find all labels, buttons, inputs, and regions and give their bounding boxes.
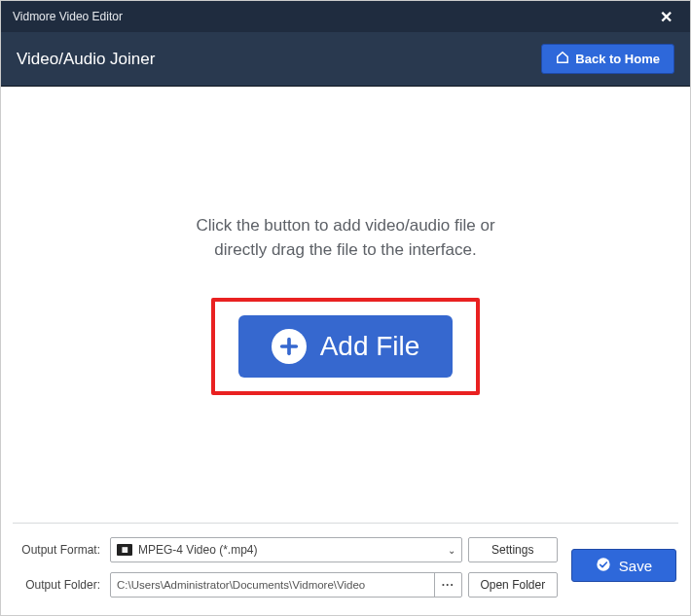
output-folder-field-wrap: ··· [110,572,462,598]
header: Video/Audio Joiner Back to Home [1,32,690,87]
video-format-icon: ▦ [117,544,132,556]
output-folder-input[interactable] [111,579,434,591]
output-format-select[interactable]: ▦ MPEG-4 Video (*.mp4) ⌄ [110,537,462,562]
open-folder-button[interactable]: Open Folder [468,572,558,598]
close-icon[interactable]: ✕ [654,6,678,28]
save-button-label: Save [619,558,652,574]
drop-area[interactable]: Click the button to add video/audio file… [1,87,690,523]
plus-icon [272,329,307,364]
output-folder-label: Output Folder: [15,578,104,592]
home-button-label: Back to Home [575,52,660,66]
output-format-value: MPEG-4 Video (*.mp4) [138,543,258,557]
app-window: Vidmore Video Editor ✕ Video/Audio Joine… [0,0,691,616]
svg-point-2 [597,558,609,570]
bottom-panel: Output Format: ▦ MPEG-4 Video (*.mp4) ⌄ … [1,524,690,615]
back-to-home-button[interactable]: Back to Home [541,44,674,74]
browse-folder-button[interactable]: ··· [434,573,461,597]
settings-button[interactable]: Settings [468,537,558,562]
home-icon [556,51,569,67]
check-icon [596,557,611,575]
output-options: Output Format: ▦ MPEG-4 Video (*.mp4) ⌄ … [15,537,558,598]
instruction-text: Click the button to add video/audio file… [196,214,494,262]
app-name: Vidmore Video Editor [13,10,123,23]
add-file-highlight: Add File [211,298,481,395]
add-file-button[interactable]: Add File [238,315,454,378]
save-button[interactable]: Save [571,549,676,582]
page-title: Video/Audio Joiner [17,50,155,69]
output-folder-row: Output Folder: ··· Open Folder [15,572,558,598]
output-format-row: Output Format: ▦ MPEG-4 Video (*.mp4) ⌄ … [15,537,558,562]
titlebar: Vidmore Video Editor ✕ [1,1,690,32]
chevron-down-icon: ⌄ [448,545,455,556]
add-file-label: Add File [320,331,420,362]
output-format-label: Output Format: [15,543,104,557]
